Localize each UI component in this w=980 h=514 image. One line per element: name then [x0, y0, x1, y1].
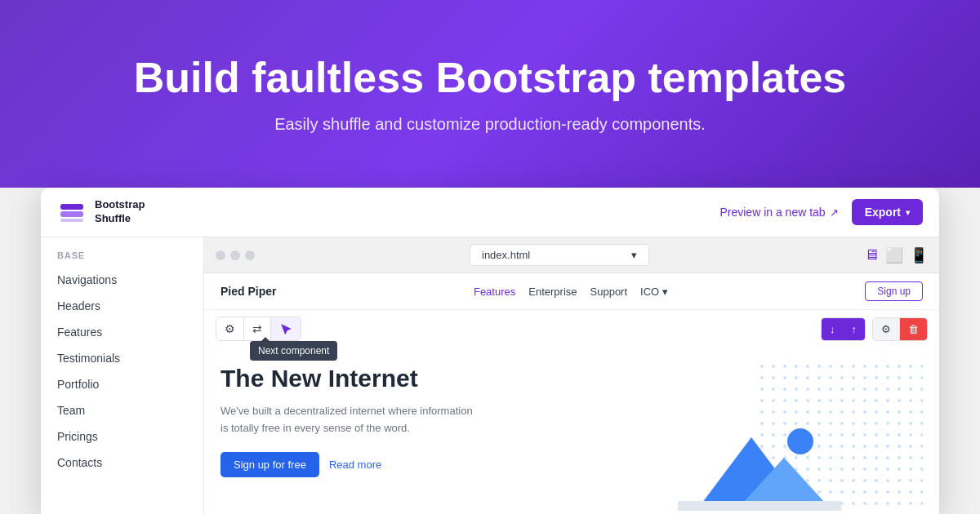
app-logo: Bootstrap Shuffle [57, 197, 145, 227]
device-icons: 🖥 ⬜ 📱 [864, 246, 928, 264]
sidebar-item-pricings[interactable]: Pricings [41, 423, 203, 450]
next-component-tooltip: Next component [250, 341, 337, 361]
mountain-illustration [678, 405, 841, 511]
settings-icon-btn[interactable]: ⚙ [216, 317, 244, 340]
app-topbar: Bootstrap Shuffle Preview in a new tab ↗… [41, 188, 939, 237]
move-down-btn[interactable]: ↓ [822, 318, 844, 340]
next-component-btn[interactable] [271, 317, 301, 340]
preview-heading: The New Internet [220, 364, 645, 393]
dot-green [245, 250, 255, 260]
svg-point-8 [787, 428, 813, 454]
sidebar-item-headers[interactable]: Headers [41, 293, 203, 319]
move-btn-group: ↓ ↑ [821, 317, 866, 341]
hero-subtitle: Easily shuffle and customize production-… [274, 115, 706, 134]
svg-rect-9 [678, 501, 841, 511]
browser-dots [216, 250, 255, 260]
right-toolbar: ↓ ↑ ⚙ 🗑 [821, 317, 928, 341]
sidebar: BASE Navigations Headers Features Testim… [41, 237, 204, 514]
action-btn-group: ⚙ 🗑 [872, 317, 928, 341]
app-wrapper: Bootstrap Shuffle Preview in a new tab ↗… [0, 188, 980, 514]
sidebar-item-contacts[interactable]: Contacts [41, 450, 203, 476]
content-area: index.html ▾ 🖥 ⬜ 📱 Pied Piper [204, 237, 939, 514]
tablet-icon[interactable]: ⬜ [885, 246, 903, 264]
app-body: BASE Navigations Headers Features Testim… [41, 237, 939, 514]
site-signup-button[interactable]: Sign up [865, 281, 923, 301]
preview-hero-content: The New Internet We've built a decentral… [204, 348, 939, 514]
sidebar-item-features[interactable]: Features [41, 319, 203, 345]
sidebar-item-navigations[interactable]: Navigations [41, 267, 203, 293]
nav-ico[interactable]: ICO ▾ [640, 286, 668, 298]
preview-cta-buttons: Sign up for free Read more [220, 452, 645, 477]
preview-image-column [662, 364, 923, 511]
preview-label: Preview in a new tab [719, 206, 825, 219]
nav-enterprise[interactable]: Enterprise [528, 286, 577, 298]
dot-yellow [230, 250, 240, 260]
nav-support[interactable]: Support [590, 286, 628, 298]
site-nav-links: Features Enterprise Support ICO ▾ [474, 286, 668, 298]
logo-text: Bootstrap Shuffle [95, 198, 145, 226]
url-caret-icon: ▾ [631, 249, 637, 261]
browser-url: index.html ▾ [263, 244, 856, 266]
delete-icon-btn[interactable]: 🗑 [900, 318, 927, 340]
url-text: index.html [482, 249, 530, 261]
preview-link[interactable]: Preview in a new tab ↗ [719, 206, 838, 219]
preview-frame: Pied Piper Features Enterprise Support I… [204, 273, 939, 514]
preview-signup-button[interactable]: Sign up for free [220, 452, 319, 477]
svg-rect-0 [60, 204, 83, 210]
export-caret-icon: ▾ [906, 208, 910, 217]
sidebar-section-label: BASE [41, 250, 203, 267]
preview-readmore-link[interactable]: Read more [329, 459, 381, 471]
external-link-icon: ↗ [830, 206, 839, 219]
sidebar-item-testimonials[interactable]: Testimonials [41, 345, 203, 371]
svg-rect-2 [60, 219, 83, 222]
hero-section: Build faultless Bootstrap templates Easi… [0, 0, 980, 188]
url-bar[interactable]: index.html ▾ [470, 244, 649, 266]
topbar-right: Preview in a new tab ↗ Export ▾ [719, 199, 923, 225]
preview-text-column: The New Internet We've built a decentral… [220, 364, 645, 477]
preview-body: We've built a decentralized internet whe… [220, 403, 482, 437]
app-window: Bootstrap Shuffle Preview in a new tab ↗… [41, 188, 939, 514]
nav-features[interactable]: Features [474, 286, 515, 298]
export-label: Export [865, 206, 901, 219]
sidebar-item-team[interactable]: Team [41, 397, 203, 423]
sidebar-item-portfolio[interactable]: Portfolio [41, 371, 203, 397]
desktop-icon[interactable]: 🖥 [864, 246, 879, 264]
component-toolbar: ⚙ ⇄ Next component [204, 310, 939, 348]
hero-title: Build faultless Bootstrap templates [134, 54, 847, 103]
component-btn-group: ⚙ ⇄ [216, 317, 301, 341]
edit-icon-btn[interactable]: ⚙ [873, 318, 900, 340]
cursor-icon [279, 322, 292, 335]
logo-icon [57, 197, 87, 227]
browser-bar: index.html ▾ 🖥 ⬜ 📱 [204, 237, 939, 273]
site-navbar: Pied Piper Features Enterprise Support I… [204, 273, 939, 310]
move-up-btn[interactable]: ↑ [844, 318, 866, 340]
dot-red [216, 250, 225, 260]
site-nav-brand: Pied Piper [220, 285, 276, 298]
mobile-icon[interactable]: 📱 [910, 246, 928, 264]
export-button[interactable]: Export ▾ [852, 199, 923, 225]
svg-rect-1 [60, 211, 83, 217]
